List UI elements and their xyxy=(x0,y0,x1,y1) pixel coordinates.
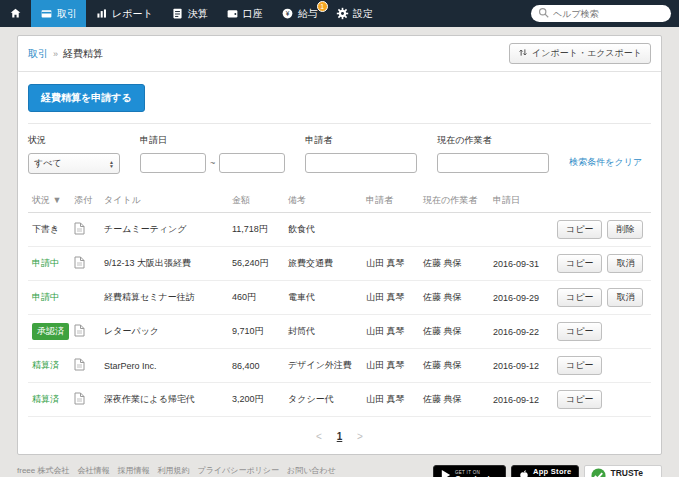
date-filter-group: 申請日 ~ xyxy=(140,134,285,174)
google-play-badge[interactable]: GET IT ON Google play xyxy=(433,465,506,477)
table-row[interactable]: 申請中 9/12-13 大阪出張経費 56,240円 旅費交通費 山田 真琴 佐… xyxy=(28,247,651,281)
nav-item-reports[interactable]: レポート xyxy=(86,0,162,27)
status-badge: 申請中 xyxy=(32,258,59,268)
worker-filter-label: 現在の作業者 xyxy=(437,134,549,147)
expense-note: 電車代 xyxy=(284,281,362,315)
expense-applicant: 山田 真琴 xyxy=(362,383,419,417)
expense-title: レターパック xyxy=(100,315,228,349)
nav-item-label: 口座 xyxy=(243,7,263,21)
nav-item-home[interactable] xyxy=(0,0,31,27)
truste-logo-icon xyxy=(591,468,606,477)
pagination: < 1 > xyxy=(18,431,661,442)
column-header-worker: 現在の作業者 xyxy=(419,189,489,213)
status-badge: 下書き xyxy=(32,224,59,234)
applicant-input[interactable] xyxy=(305,153,417,173)
table-row[interactable]: 精算済 StarPero Inc. 86,400 デザイン外注費 山田 真琴 佐… xyxy=(28,349,651,383)
attachment-icon xyxy=(74,397,85,407)
copy-button[interactable]: コピー xyxy=(557,220,602,239)
expense-amount: 56,240円 xyxy=(228,247,284,281)
help-search-input[interactable] xyxy=(553,9,664,19)
help-search-box xyxy=(531,5,671,22)
footer-link-3[interactable]: プライバシーポリシー xyxy=(197,465,279,476)
page-title: 経費精算 xyxy=(63,47,103,61)
nav-item-label: 決算 xyxy=(188,7,208,21)
truste-badge[interactable]: TRUSTe CERTIFIED PRIVACY xyxy=(584,465,662,477)
column-header-attachment: 添付 xyxy=(70,189,100,213)
nav-item-accounts[interactable]: 口座 xyxy=(217,0,272,27)
expense-table-body: 下書き チームミーティング 11,718円 飲食代 コピー削除 申請中 9/12… xyxy=(28,213,651,417)
expense-applicant: 山田 真琴 xyxy=(362,315,419,349)
worker-input[interactable] xyxy=(437,153,549,173)
copy-button[interactable]: コピー xyxy=(557,288,602,307)
import-export-button[interactable]: インポート・エクスポート xyxy=(509,43,651,64)
clear-filters-link[interactable]: 検索条件をクリア xyxy=(569,156,642,174)
copy-button[interactable]: コピー xyxy=(557,356,602,375)
play-triangle-icon xyxy=(441,469,451,477)
date-from-input[interactable] xyxy=(140,153,206,173)
delete-button[interactable]: 削除 xyxy=(607,220,643,239)
expense-title: 9/12-13 大阪出張経費 xyxy=(100,247,228,281)
copy-button[interactable]: コピー xyxy=(557,254,602,273)
home-icon xyxy=(9,7,22,20)
expense-amount: 460円 xyxy=(228,281,284,315)
nav-item-payroll[interactable]: ¥ 給与 1 xyxy=(272,0,327,27)
status-filter-label: 状況 xyxy=(28,134,120,147)
cancel-button[interactable]: 取消 xyxy=(607,288,643,307)
status-badge: 精算済 xyxy=(32,394,59,404)
table-row[interactable]: 精算済 深夜作業による帰宅代 3,200円 タクシー代 山田 真琴 佐藤 典保 … xyxy=(28,383,651,417)
pagination-page-1[interactable]: 1 xyxy=(337,431,343,442)
transactions-icon xyxy=(40,7,53,20)
expense-note: タクシー代 xyxy=(284,383,362,417)
expense-worker: 佐藤 典保 xyxy=(419,247,489,281)
status-select-value: すべて xyxy=(34,157,62,170)
nav-item-label: 給与 xyxy=(298,7,318,21)
expense-worker xyxy=(419,213,489,247)
status-select[interactable]: すべて ▲▼ xyxy=(28,153,120,174)
expense-note: 封筒代 xyxy=(284,315,362,349)
nav-item-label: 取引 xyxy=(57,7,77,21)
expense-worker: 佐藤 典保 xyxy=(419,349,489,383)
nav-item-transactions[interactable]: 取引 xyxy=(31,0,86,27)
date-filter-label: 申請日 xyxy=(140,134,285,147)
expense-title: 経費精算セミナー往訪 xyxy=(100,281,228,315)
app-store-badge[interactable]: App Store からダウンロード xyxy=(511,465,580,477)
expense-date: 2016-09-12 xyxy=(489,349,553,383)
expense-applicant xyxy=(362,213,419,247)
breadcrumb-transactions-link[interactable]: 取引 xyxy=(28,47,48,61)
expense-table: 状況 ▼添付タイトル金額備考申請者現在の作業者申請日 下書き チームミーティング… xyxy=(28,189,651,417)
expense-date: 2016-09-12 xyxy=(489,383,553,417)
date-range-separator: ~ xyxy=(210,158,215,168)
footer-links: freee 株式会社 会社情報採用情報利用規約プライバシーポリシーお問い合わせ xyxy=(17,465,336,476)
copy-button[interactable]: コピー xyxy=(557,390,602,409)
wallet-icon xyxy=(226,7,239,20)
import-export-icon xyxy=(518,47,528,60)
footer-link-0[interactable]: 会社情報 xyxy=(77,465,109,476)
content-card: 取引 » 経費精算 インポート・エクスポート 経費精算を申請する 状況 すべて … xyxy=(17,35,662,455)
expense-amount: 3,200円 xyxy=(228,383,284,417)
footer-link-2[interactable]: 利用規約 xyxy=(157,465,189,476)
cancel-button[interactable]: 取消 xyxy=(607,254,643,273)
date-to-input[interactable] xyxy=(219,153,285,173)
pagination-prev[interactable]: < xyxy=(316,431,322,442)
nav-item-settings[interactable]: 設定 xyxy=(327,0,382,27)
expense-worker: 佐藤 典保 xyxy=(419,315,489,349)
footer-badges: GET IT ON Google play App Store からダウンロード… xyxy=(433,465,662,477)
nav-item-closing[interactable]: 決算 xyxy=(162,0,217,27)
apple-icon xyxy=(519,469,529,477)
pagination-next[interactable]: > xyxy=(357,431,363,442)
apply-expense-button[interactable]: 経費精算を申請する xyxy=(28,84,145,112)
expense-title: StarPero Inc. xyxy=(100,349,228,383)
footer-link-1[interactable]: 採用情報 xyxy=(117,465,149,476)
column-header-status[interactable]: 状況 ▼ xyxy=(28,189,70,213)
status-badge: 精算済 xyxy=(32,360,59,370)
table-row[interactable]: 下書き チームミーティング 11,718円 飲食代 コピー削除 xyxy=(28,213,651,247)
expense-worker: 佐藤 典保 xyxy=(419,383,489,417)
expense-title: 深夜作業による帰宅代 xyxy=(100,383,228,417)
column-header-date: 申請日 xyxy=(489,189,553,213)
top-navigation: 取引 レポート 決算 口座 ¥ 給与 1 設定 xyxy=(0,0,679,27)
copy-button[interactable]: コピー xyxy=(557,322,602,341)
expense-date: 2016-09-29 xyxy=(489,281,553,315)
footer-link-4[interactable]: お問い合わせ xyxy=(287,465,336,476)
table-row[interactable]: 申請中 経費精算セミナー往訪 460円 電車代 山田 真琴 佐藤 典保 2016… xyxy=(28,281,651,315)
table-row[interactable]: 承認済 レターパック 9,710円 封筒代 山田 真琴 佐藤 典保 2016-0… xyxy=(28,315,651,349)
